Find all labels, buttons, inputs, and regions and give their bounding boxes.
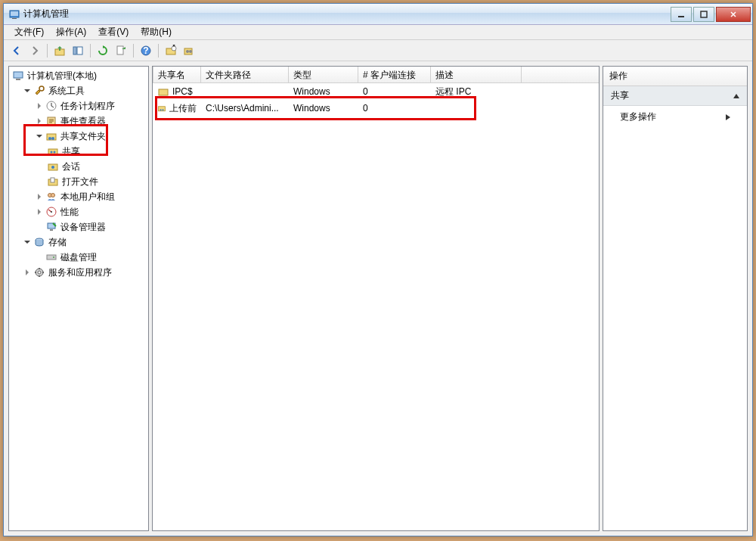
menu-view[interactable]: 查看(V) [92, 24, 135, 40]
tree-root[interactable]: 计算机管理(本地) [9, 68, 148, 83]
tree-shared-folders[interactable]: 共享文件夹 [9, 129, 148, 144]
expander-open-icon[interactable] [23, 238, 32, 247]
svg-rect-39 [47, 255, 56, 260]
action-panel: 操作 共享 更多操作 [603, 66, 748, 531]
tree-disk-management[interactable]: 磁盘管理 [9, 250, 148, 265]
cell-desc [431, 107, 522, 110]
export-button[interactable] [113, 42, 129, 59]
svg-rect-2 [12, 18, 17, 19]
tree-performance[interactable]: 性能 [9, 204, 148, 219]
tree-sessions[interactable]: 会话 [9, 159, 148, 174]
up-button[interactable] [51, 42, 68, 59]
svg-text:?: ? [143, 45, 148, 56]
expander-closed-icon[interactable] [35, 101, 44, 110]
close-button[interactable] [716, 7, 751, 22]
minimize-button[interactable] [671, 7, 692, 22]
maximize-button[interactable] [693, 7, 714, 22]
tree-open-files[interactable]: 打开文件 [9, 174, 148, 189]
help-button[interactable]: ? [138, 42, 154, 59]
svg-rect-8 [117, 46, 123, 54]
toolbar-separator [133, 44, 134, 58]
submenu-icon [726, 114, 730, 120]
toolbar: ? * [4, 40, 752, 61]
expander-closed-icon[interactable] [35, 117, 44, 126]
expander-closed-icon[interactable] [35, 192, 44, 201]
new-share-button[interactable]: * [163, 42, 179, 59]
svg-rect-7 [77, 47, 82, 54]
svg-point-40 [53, 257, 54, 258]
svg-text:*: * [172, 45, 176, 52]
cell-path: C:\Users\Admini... [201, 101, 289, 115]
expander-spacer [35, 222, 44, 232]
titlebar[interactable]: 计算机管理 [4, 4, 752, 25]
back-button[interactable] [8, 42, 25, 59]
tree-local-users[interactable]: 本地用户和组 [9, 189, 148, 204]
tree-services-apps[interactable]: 服务和应用程序 [9, 265, 148, 280]
cell-conn: 0 [358, 85, 431, 98]
svg-rect-44 [159, 107, 166, 111]
device-icon [45, 221, 57, 233]
cell-name: IPC$ [153, 84, 201, 99]
svg-rect-4 [701, 11, 707, 17]
window-title: 计算机管理 [23, 8, 669, 20]
svg-point-29 [51, 166, 54, 169]
stop-sharing-button[interactable] [181, 42, 197, 59]
shared-folder-icon [45, 130, 57, 142]
expander-spacer [35, 253, 44, 262]
svg-point-42 [38, 271, 41, 274]
forward-button[interactable] [26, 42, 43, 59]
cell-type: Windows [289, 85, 358, 98]
tree-task-scheduler[interactable]: 任务计划程序 [9, 98, 148, 113]
column-type[interactable]: 类型 [289, 67, 358, 82]
tree-event-viewer[interactable]: 事件查看器 [9, 113, 148, 129]
cell-conn: 0 [358, 101, 431, 115]
expander-closed-icon[interactable] [35, 207, 44, 216]
storage-icon [33, 236, 45, 248]
content-area: 计算机管理(本地) 系统工具 任务计划程序 事件查看器 共享文件夹 [4, 61, 752, 536]
svg-point-15 [186, 50, 189, 53]
expander-open-icon[interactable] [35, 132, 44, 141]
column-description[interactable]: 描述 [431, 67, 522, 82]
app-icon [8, 8, 20, 20]
list-row[interactable]: IPC$ Windows 0 远程 IPC [153, 83, 599, 100]
tree-storage[interactable]: 存储 [9, 235, 148, 250]
column-connections[interactable]: # 客户端连接 [358, 67, 431, 82]
cell-path [201, 90, 289, 93]
toolbar-separator [47, 44, 48, 58]
column-folder-path[interactable]: 文件夹路径 [201, 67, 289, 82]
tools-icon [33, 85, 45, 97]
window-controls [669, 7, 751, 22]
svg-rect-3 [678, 16, 684, 17]
computer-icon [12, 70, 24, 82]
toolbar-separator [158, 44, 159, 58]
expander-closed-icon[interactable] [23, 268, 32, 277]
cell-name: 上传前 [153, 101, 201, 117]
svg-point-35 [51, 211, 52, 213]
menu-help[interactable]: 帮助(H) [135, 24, 178, 40]
svg-rect-22 [47, 134, 56, 140]
svg-rect-43 [159, 89, 168, 95]
show-hide-tree-button[interactable] [70, 42, 86, 59]
list-row[interactable]: 上传前 C:\Users\Admini... Windows 0 [153, 100, 599, 117]
column-share-name[interactable]: 共享名 [153, 67, 201, 82]
list-panel[interactable]: 共享名 文件夹路径 类型 # 客户端连接 描述 IPC$ Windows 0 远… [152, 66, 600, 531]
action-section-shares[interactable]: 共享 [603, 86, 747, 106]
tree-system-tools[interactable]: 系统工具 [9, 83, 148, 98]
expander-open-icon[interactable] [23, 86, 32, 95]
toolbar-separator [90, 44, 91, 58]
menu-action[interactable]: 操作(A) [50, 24, 92, 40]
tree-device-manager[interactable]: 设备管理器 [9, 219, 148, 235]
action-more[interactable]: 更多操作 [603, 106, 747, 128]
main-window: 计算机管理 文件(F) 操作(A) 查看(V) 帮助(H) ? * 计算机管理( [3, 3, 753, 536]
svg-rect-6 [73, 47, 76, 54]
tree-panel[interactable]: 计算机管理(本地) 系统工具 任务计划程序 事件查看器 共享文件夹 [8, 66, 149, 531]
refresh-button[interactable] [94, 42, 111, 59]
services-icon [33, 266, 45, 278]
cell-desc: 远程 IPC [431, 84, 522, 100]
menu-file[interactable]: 文件(F) [8, 24, 50, 40]
svg-point-27 [54, 151, 56, 154]
svg-rect-31 [51, 178, 54, 182]
event-icon [45, 115, 57, 127]
tree-shares[interactable]: 共享 [9, 144, 148, 159]
svg-point-23 [48, 137, 51, 140]
